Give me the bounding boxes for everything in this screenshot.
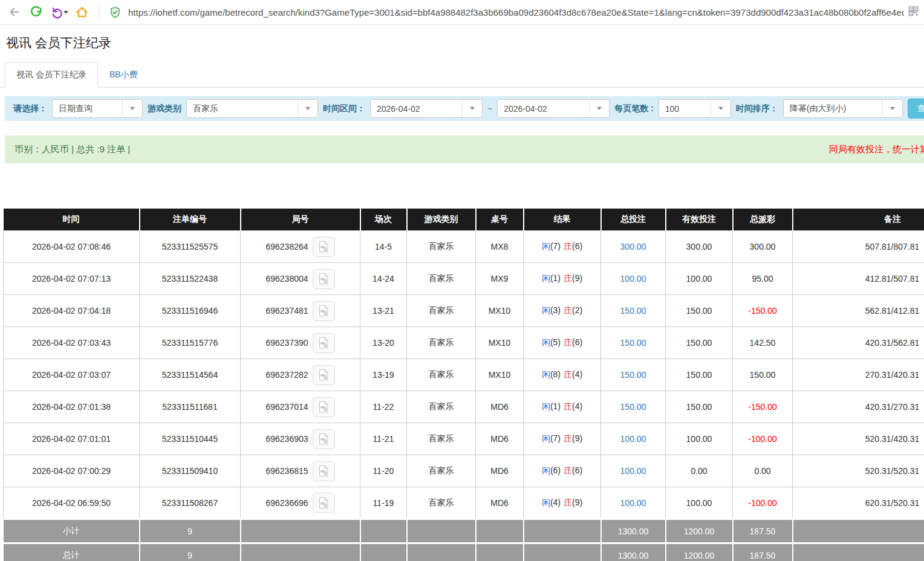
cell-valid-bet: 150.00 [666, 327, 733, 359]
round-id-text: 696237014 [265, 402, 308, 412]
result-player: 闲 [542, 369, 550, 379]
video-record-icon[interactable] [313, 365, 335, 385]
cell-time: 2026-04-02 07:08:46 [4, 231, 140, 263]
result-player-count: (5) [550, 337, 561, 347]
chevron-down-icon[interactable] [298, 100, 317, 117]
cell-round-id: 696236696 [241, 487, 360, 519]
per-page-select[interactable]: 100 [659, 99, 731, 118]
cell-payout: -150.00 [733, 391, 793, 423]
undo-dropdown-caret[interactable] [63, 11, 68, 14]
result-player-count: (1) [550, 273, 561, 283]
video-record-icon[interactable] [313, 397, 335, 417]
total-label: 总计 [4, 543, 140, 561]
refresh-icon[interactable] [28, 4, 45, 21]
header-payout: 总派彩 [733, 209, 793, 231]
total-valid-bet: 1200.00 [666, 543, 733, 561]
cell-result: 闲(1)庄(4) [524, 391, 601, 423]
cell-total-bet[interactable]: 300.00 [601, 231, 666, 263]
result-player: 闲 [542, 401, 550, 411]
cell-result: 闲(3)庄(2) [524, 295, 601, 327]
chevron-down-icon[interactable] [589, 100, 609, 117]
game-type-value: 百家乐 [187, 103, 298, 114]
cell-session: 11-21 [360, 423, 407, 455]
cell-time: 2026-04-02 07:03:07 [4, 359, 140, 391]
cell-table-no: MD6 [476, 423, 524, 455]
cell-bet-id: 523311522438 [140, 263, 241, 295]
cell-total-bet[interactable]: 150.00 [601, 359, 666, 391]
cell-remark: 520.31/420.31 [793, 423, 924, 455]
cell-payout: 0.00 [733, 455, 793, 487]
cell-total-bet[interactable]: 100.00 [601, 455, 666, 487]
qr-code-icon[interactable] [908, 5, 919, 19]
cell-total-bet[interactable]: 150.00 [601, 391, 666, 423]
cell-bet-id: 523311510445 [140, 423, 241, 455]
cell-total-bet[interactable]: 150.00 [601, 295, 666, 327]
chevron-down-icon[interactable] [122, 100, 142, 117]
time-sort-select[interactable]: 降幂(由大到小) [783, 99, 903, 118]
cell-payout: 142.50 [733, 327, 793, 359]
table-row: 2026-04-02 07:04:18 523311516946 6962374… [4, 295, 924, 327]
total-count: 9 [140, 543, 241, 561]
total-payout: 187.50 [733, 543, 793, 561]
game-type-select[interactable]: 百家乐 [186, 99, 318, 118]
home-icon[interactable] [73, 4, 90, 21]
cell-result: 闲(7)庄(6) [524, 231, 601, 263]
cell-total-bet[interactable]: 100.00 [601, 423, 666, 455]
cell-result: 闲(4)庄(9) [524, 487, 601, 519]
query-mode-value: 日期查询 [53, 103, 122, 114]
header-table-no: 桌号 [476, 209, 524, 231]
back-icon[interactable] [6, 4, 23, 21]
search-button[interactable]: 查询 [908, 99, 924, 118]
result-player-count: (1) [550, 401, 561, 411]
per-page-label: 每页笔数 : [614, 103, 654, 114]
cell-result: 闲(5)庄(6) [524, 327, 601, 359]
date-to-select[interactable]: 2026-04-02 [497, 99, 610, 118]
filter-bar: 请选择： 日期查询 游戏类别 百家乐 时间区间： 2026-04-02 ~ 20… [5, 96, 924, 121]
cell-time: 2026-04-02 07:07:13 [4, 263, 140, 295]
cell-total-bet[interactable]: 100.00 [601, 263, 666, 295]
video-record-icon[interactable] [313, 269, 335, 289]
cell-total-bet[interactable]: 100.00 [601, 487, 666, 519]
tab-bb-tips[interactable]: BB小费 [98, 62, 149, 88]
video-record-icon[interactable] [313, 333, 335, 353]
cell-valid-bet: 150.00 [666, 295, 733, 327]
chevron-down-icon[interactable] [882, 100, 902, 117]
chevron-down-icon[interactable] [711, 100, 730, 117]
cell-game-type: 百家乐 [407, 359, 476, 391]
query-mode-select[interactable]: 日期查询 [52, 99, 143, 118]
cell-remark: 520.31/520.31 [793, 455, 924, 487]
address-bar[interactable]: https://iohetf.com/game/betrecord_search… [128, 7, 904, 18]
cell-table-no: MX8 [476, 231, 524, 263]
cell-table-no: MX10 [476, 359, 524, 391]
video-record-icon[interactable] [313, 429, 335, 449]
chevron-down-icon[interactable] [462, 100, 482, 117]
cell-remark: 270.31/420.31 [793, 359, 924, 391]
video-record-icon[interactable] [313, 493, 335, 513]
date-from-select[interactable]: 2026-04-02 [370, 99, 483, 118]
result-player: 闲 [542, 241, 550, 251]
video-record-icon[interactable] [313, 237, 335, 257]
result-banker-count: (6) [572, 241, 582, 251]
video-record-icon[interactable] [313, 461, 335, 481]
cell-remark: 420.31/270.31 [793, 391, 924, 423]
shield-icon[interactable] [106, 4, 123, 21]
result-banker-count: (4) [572, 401, 582, 411]
browser-toolbar: https://iohetf.com/game/betrecord_search… [0, 0, 924, 25]
currency-total-text: 币别：人民币 | 总共 :9 注单 | [15, 144, 130, 155]
cell-valid-bet: 100.00 [666, 423, 733, 455]
cell-table-no: MX10 [476, 327, 524, 359]
cell-valid-bet: 100.00 [666, 487, 733, 519]
cell-payout: -150.00 [733, 295, 793, 327]
cell-payout: 150.00 [733, 359, 793, 391]
cell-total-bet[interactable]: 150.00 [601, 327, 666, 359]
cell-round-id: 696236903 [241, 423, 360, 455]
summary-bar: 币别：人民币 | 总共 :9 注单 | 同局有效投注，统一计算在该局 [5, 135, 924, 163]
video-record-icon[interactable] [313, 301, 335, 321]
result-player: 闲 [542, 273, 550, 283]
undo-icon[interactable] [50, 5, 68, 19]
cell-bet-id: 523311516946 [140, 295, 241, 327]
tab-betting-records[interactable]: 视讯 会员下注纪录 [5, 62, 98, 88]
table-row: 2026-04-02 06:59:50 523311508267 6962366… [4, 487, 924, 519]
cell-table-no: MD6 [476, 391, 524, 423]
cell-round-id: 696236815 [241, 455, 360, 487]
